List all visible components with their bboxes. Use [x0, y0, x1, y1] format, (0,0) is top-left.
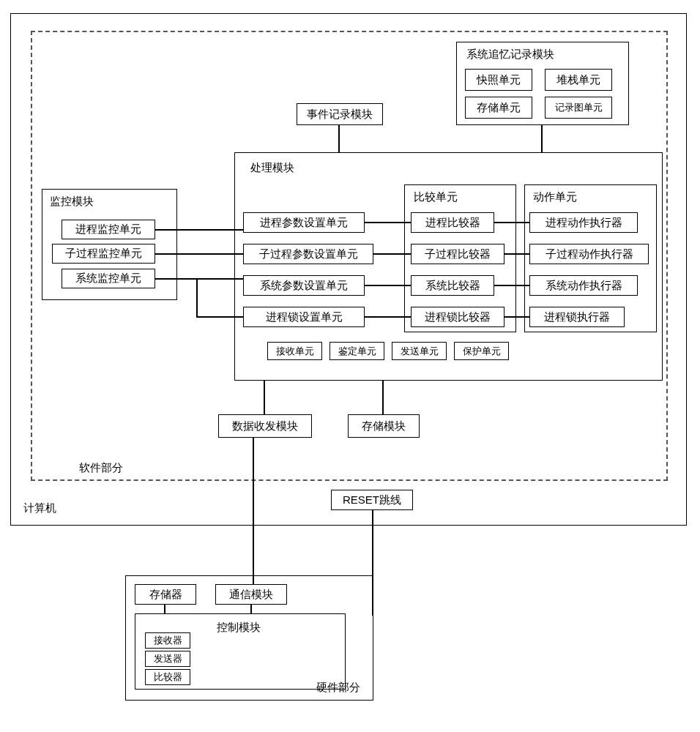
- sender: 发送器: [145, 651, 190, 667]
- event-log-module: 事件记录模块: [297, 103, 383, 125]
- conn: [382, 381, 384, 414]
- system-monitor-unit: 系统监控单元: [62, 269, 155, 288]
- system-comparator: 系统比较器: [411, 275, 494, 296]
- conn: [264, 381, 265, 414]
- conn: [155, 253, 243, 255]
- conn: [494, 285, 529, 286]
- process-comparator: 进程比较器: [411, 212, 494, 233]
- software-label: 软件部分: [79, 461, 123, 475]
- conn: [494, 222, 529, 223]
- conn: [338, 125, 340, 152]
- conn: [196, 278, 198, 317]
- subprocess-comparator: 子过程比较器: [411, 244, 504, 264]
- action-unit-label: 动作单元: [533, 190, 577, 204]
- record-graph-unit: 记录图单元: [545, 97, 612, 119]
- process-lock-executor: 进程锁执行器: [529, 307, 625, 327]
- diagram-canvas: { "computer_label": "计算机", "software_lab…: [0, 0, 700, 732]
- conn: [250, 605, 252, 613]
- conn: [365, 285, 411, 286]
- event-log-label: 事件记录模块: [307, 108, 373, 122]
- process-lock-set-unit: 进程锁设置单元: [243, 307, 365, 327]
- system-action-executor: 系统动作执行器: [529, 275, 638, 296]
- receive-unit: 接收单元: [267, 342, 322, 360]
- memory: 存储器: [135, 584, 196, 605]
- conn: [365, 316, 411, 318]
- conn: [253, 438, 254, 584]
- conn: [373, 253, 411, 255]
- subprocess-monitor-unit: 子过程监控单元: [52, 244, 155, 264]
- process-action-executor: 进程动作执行器: [529, 212, 638, 233]
- conn: [541, 125, 543, 152]
- process-monitor-unit: 进程监控单元: [62, 220, 155, 239]
- conn: [196, 316, 243, 318]
- subprocess-action-executor: 子过程动作执行器: [529, 244, 649, 264]
- conn: [365, 222, 411, 223]
- comparator: 比较器: [145, 669, 190, 685]
- monitor-label: 监控模块: [50, 195, 94, 209]
- snapshot-unit: 快照单元: [465, 69, 532, 91]
- storage-module: 存储模块: [348, 414, 420, 438]
- conn: [504, 253, 529, 255]
- process-param-set-unit: 进程参数设置单元: [243, 212, 365, 233]
- stack-unit: 堆栈单元: [545, 69, 612, 91]
- subprocess-param-set-unit: 子过程参数设置单元: [243, 244, 373, 264]
- processing-label: 处理模块: [250, 161, 294, 175]
- conn: [504, 316, 529, 318]
- send-unit: 发送单元: [392, 342, 447, 360]
- identify-unit: 鉴定单元: [329, 342, 384, 360]
- comm-module: 通信模块: [215, 584, 287, 605]
- control-module-label: 控制模块: [217, 621, 261, 635]
- conn: [372, 510, 373, 616]
- system-param-set-unit: 系统参数设置单元: [243, 275, 365, 296]
- system-recall-label: 系统追忆记录模块: [466, 48, 554, 61]
- process-lock-comparator: 进程锁比较器: [411, 307, 504, 327]
- computer-label: 计算机: [23, 501, 56, 515]
- reset-jumper: RESET跳线: [331, 490, 413, 510]
- storage-unit: 存储单元: [465, 97, 532, 119]
- conn: [164, 605, 165, 613]
- conn: [155, 229, 243, 231]
- protect-unit: 保护单元: [454, 342, 509, 360]
- data-txrx-module: 数据收发模块: [218, 414, 312, 438]
- receiver: 接收器: [145, 632, 190, 649]
- compare-unit-label: 比较单元: [414, 190, 458, 204]
- conn: [155, 278, 243, 280]
